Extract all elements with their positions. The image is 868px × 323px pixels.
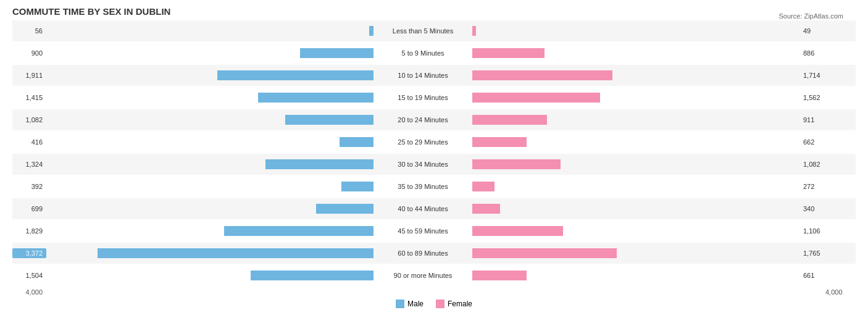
female-value: 49 xyxy=(799,27,833,35)
chart-row: 41625 to 29 Minutes662 xyxy=(12,132,856,153)
male-bar-wrap xyxy=(46,65,373,86)
chart-row: 1,91110 to 14 Minutes1,714 xyxy=(12,65,856,86)
female-value: 1,082 xyxy=(799,161,833,168)
female-bar xyxy=(472,182,495,191)
male-bar-wrap xyxy=(46,132,373,153)
chart-row: 56Less than 5 Minutes49 xyxy=(12,20,856,41)
axis-row: 4,000 4,000 xyxy=(12,288,856,296)
female-bar xyxy=(472,137,527,147)
male-bar-wrap xyxy=(46,87,373,108)
male-bar xyxy=(258,93,373,103)
male-value: 1,911 xyxy=(12,72,46,79)
male-value: 56 xyxy=(12,27,46,35)
male-value: 3,372 xyxy=(12,248,46,258)
female-bar xyxy=(472,70,612,80)
male-bar xyxy=(341,182,373,191)
chart-row: 1,08220 to 24 Minutes911 xyxy=(12,109,856,130)
male-value: 392 xyxy=(12,183,46,190)
male-value: 1,415 xyxy=(12,94,46,101)
chart-row: 1,50490 or more Minutes661 xyxy=(12,265,856,286)
female-bar-wrap xyxy=(472,198,799,219)
female-bar-wrap xyxy=(472,20,799,41)
male-value: 1,829 xyxy=(12,227,46,235)
chart-row: 69940 to 44 Minutes340 xyxy=(12,198,856,219)
chart-row: 1,41515 to 19 Minutes1,562 xyxy=(12,87,856,108)
row-label: 40 to 44 Minutes xyxy=(373,205,472,212)
male-bar xyxy=(316,204,373,214)
female-bar-wrap xyxy=(472,220,799,241)
row-label: 5 to 9 Minutes xyxy=(373,49,472,57)
chart-row: 9005 to 9 Minutes886 xyxy=(12,43,856,64)
female-bar xyxy=(472,159,561,169)
row-label: 60 to 89 Minutes xyxy=(373,250,472,257)
male-legend-box xyxy=(396,300,404,308)
chart-title: COMMUTE TIME BY SEX IN DUBLIN xyxy=(12,6,856,17)
male-bar-wrap xyxy=(46,265,373,286)
male-bar xyxy=(369,26,373,36)
female-value: 911 xyxy=(799,116,833,124)
male-bar-wrap xyxy=(46,43,373,64)
female-value: 1,714 xyxy=(799,72,833,79)
chart-row: 1,82945 to 59 Minutes1,106 xyxy=(12,220,856,241)
female-bar xyxy=(472,248,617,258)
female-bar-wrap xyxy=(472,265,799,286)
female-value: 340 xyxy=(799,205,833,212)
axis-left: 4,000 xyxy=(12,288,46,296)
male-value: 1,504 xyxy=(12,272,46,279)
male-value: 1,082 xyxy=(12,116,46,124)
female-value: 1,106 xyxy=(799,227,833,235)
male-bar-wrap xyxy=(46,176,373,197)
chart-area: 56Less than 5 Minutes499005 to 9 Minutes… xyxy=(12,20,856,286)
female-bar xyxy=(472,115,547,125)
female-value: 1,765 xyxy=(799,250,833,257)
legend-female: Female xyxy=(436,300,472,308)
female-bar xyxy=(472,48,545,58)
male-bar-wrap xyxy=(46,154,373,175)
male-value: 416 xyxy=(12,138,46,146)
male-bar-wrap xyxy=(46,243,373,264)
male-bar xyxy=(251,271,373,280)
female-bar-wrap xyxy=(472,65,799,86)
row-label: 10 to 14 Minutes xyxy=(373,72,472,79)
chart-row: 39235 to 39 Minutes272 xyxy=(12,176,856,197)
legend: Male Female xyxy=(12,300,856,308)
row-label: Less than 5 Minutes xyxy=(373,27,472,35)
male-bar xyxy=(217,70,373,80)
female-legend-label: Female xyxy=(448,300,472,308)
female-bar-wrap xyxy=(472,176,799,197)
female-bar xyxy=(472,204,500,214)
row-label: 30 to 34 Minutes xyxy=(373,161,472,168)
row-label: 15 to 19 Minutes xyxy=(373,94,472,101)
female-value: 661 xyxy=(799,272,833,279)
axis-right: 4,000 xyxy=(822,288,856,296)
row-label: 25 to 29 Minutes xyxy=(373,138,472,146)
male-bar xyxy=(224,226,373,236)
row-label: 35 to 39 Minutes xyxy=(373,183,472,190)
female-bar-wrap xyxy=(472,87,799,108)
chart-row: 1,32430 to 34 Minutes1,082 xyxy=(12,154,856,175)
female-value: 662 xyxy=(799,138,833,146)
male-bar xyxy=(300,48,373,58)
male-bar-wrap xyxy=(46,198,373,219)
female-bar xyxy=(472,226,563,236)
female-bar-wrap xyxy=(472,154,799,175)
female-bar xyxy=(472,26,476,36)
female-legend-box xyxy=(436,300,444,308)
legend-male: Male xyxy=(396,300,424,308)
male-value: 900 xyxy=(12,49,46,57)
male-value: 1,324 xyxy=(12,161,46,168)
male-bar xyxy=(285,115,373,125)
male-legend-label: Male xyxy=(407,300,424,308)
male-bar xyxy=(340,137,373,147)
female-bar-wrap xyxy=(472,243,799,264)
chart-row: 3,37260 to 89 Minutes1,765 xyxy=(12,243,856,264)
male-bar xyxy=(265,159,373,169)
row-label: 90 or more Minutes xyxy=(373,272,472,279)
female-value: 272 xyxy=(799,183,833,190)
male-bar-wrap xyxy=(46,20,373,41)
male-value: 699 xyxy=(12,205,46,212)
female-bar xyxy=(472,93,600,103)
female-bar-wrap xyxy=(472,43,799,64)
female-value: 1,562 xyxy=(799,94,833,101)
female-bar-wrap xyxy=(472,132,799,153)
